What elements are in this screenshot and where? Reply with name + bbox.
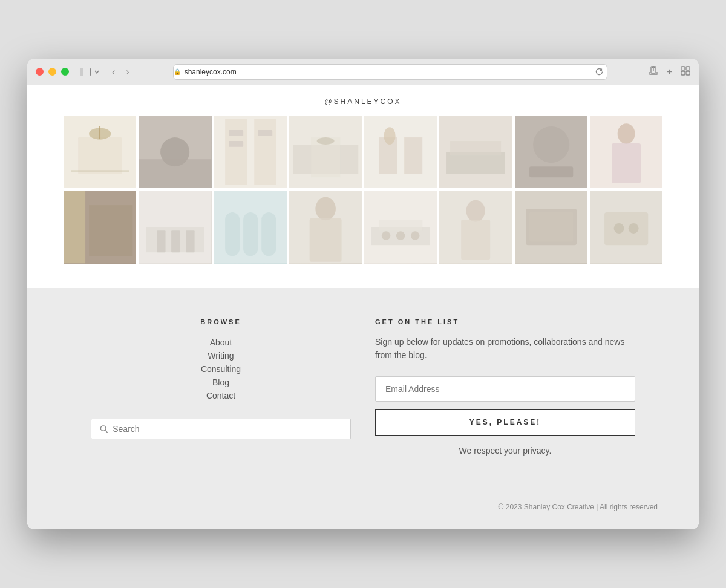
svg-rect-6	[64, 116, 136, 188]
svg-line-69	[105, 430, 107, 432]
share-button[interactable]	[649, 66, 658, 78]
instagram-photo-15[interactable]	[515, 191, 587, 263]
svg-rect-11	[139, 116, 211, 188]
browser-nav: ‹ ›	[110, 67, 132, 77]
subscribe-button[interactable]: YES, PLEASE!	[375, 409, 635, 436]
footer-search-box[interactable]	[91, 419, 351, 439]
svg-rect-36	[612, 143, 641, 183]
page-content: @SHANLEYCOX	[27, 85, 699, 529]
svg-point-12	[160, 137, 189, 166]
traffic-light-yellow[interactable]	[48, 68, 56, 76]
svg-rect-34	[590, 116, 662, 188]
footer-grid: BROWSE About Writing Consulting Blog Con…	[91, 318, 635, 472]
footer-browse: BROWSE About Writing Consulting Blog Con…	[91, 318, 351, 472]
instagram-photo-6[interactable]	[439, 116, 512, 188]
svg-rect-2	[681, 67, 685, 70]
svg-rect-5	[686, 71, 690, 75]
svg-rect-41	[146, 227, 204, 253]
svg-rect-25	[379, 137, 397, 174]
svg-rect-16	[254, 119, 276, 185]
footer-copyright: © 2023 Shanley Cox Creative | All rights…	[64, 497, 662, 511]
svg-rect-13	[139, 159, 211, 188]
svg-rect-47	[243, 212, 258, 256]
svg-rect-18	[229, 141, 243, 147]
search-input[interactable]	[113, 424, 342, 434]
tab-overview-button[interactable]	[681, 66, 690, 78]
svg-rect-37	[64, 191, 136, 263]
instagram-photo-12[interactable]	[289, 191, 362, 263]
instagram-photo-7[interactable]	[515, 116, 587, 188]
svg-rect-43	[171, 231, 180, 253]
svg-rect-58	[439, 191, 512, 263]
forward-button[interactable]: ›	[123, 67, 131, 77]
instagram-photo-16[interactable]	[590, 191, 662, 263]
svg-point-32	[533, 126, 569, 163]
svg-rect-46	[225, 212, 240, 256]
svg-point-35	[617, 123, 635, 144]
svg-rect-33	[529, 166, 573, 177]
email-input-wrap[interactable]	[375, 376, 635, 402]
svg-rect-21	[293, 145, 358, 174]
nav-item-blog[interactable]: Blog	[212, 377, 229, 387]
back-button[interactable]: ‹	[110, 67, 117, 77]
svg-rect-49	[289, 191, 362, 263]
instagram-photo-11[interactable]	[214, 191, 287, 263]
instagram-photo-1[interactable]	[64, 116, 136, 188]
instagram-photo-3[interactable]	[214, 116, 287, 188]
svg-rect-64	[590, 191, 662, 263]
instagram-section: @SHANLEYCOX	[27, 85, 699, 288]
svg-point-8	[89, 128, 111, 140]
svg-rect-51	[309, 218, 341, 262]
svg-rect-15	[225, 119, 247, 185]
instagram-photo-8[interactable]	[590, 116, 662, 188]
traffic-light-red[interactable]	[36, 68, 44, 76]
instagram-photo-5[interactable]	[364, 116, 437, 188]
instagram-photo-10[interactable]	[139, 191, 211, 263]
instagram-photo-2[interactable]	[139, 116, 211, 188]
traffic-light-green[interactable]	[61, 68, 69, 76]
svg-rect-42	[157, 231, 165, 253]
browse-heading: BROWSE	[91, 318, 351, 325]
nav-item-consulting[interactable]: Consulting	[201, 364, 241, 374]
instagram-photo-4[interactable]	[289, 116, 362, 188]
search-icon	[100, 425, 108, 433]
address-bar[interactable]: 🔒 shanleycox.com	[173, 64, 607, 80]
svg-rect-19	[258, 130, 272, 136]
footer: BROWSE About Writing Consulting Blog Con…	[27, 288, 699, 529]
svg-rect-62	[526, 209, 577, 245]
instagram-photo-9[interactable]	[64, 191, 136, 263]
nav-item-about[interactable]: About	[210, 338, 232, 347]
svg-rect-52	[364, 191, 437, 263]
svg-rect-53	[371, 227, 430, 246]
nav-item-writing[interactable]: Writing	[208, 351, 234, 361]
new-tab-button[interactable]: +	[667, 66, 672, 78]
instagram-photo-13[interactable]	[364, 191, 437, 263]
copyright-text: © 2023 Shanley Cox Creative | All rights…	[499, 503, 658, 511]
newsletter-description: Sign up below for updates on promotions,…	[375, 335, 635, 362]
svg-rect-48	[261, 212, 276, 256]
svg-rect-44	[186, 231, 194, 253]
svg-rect-3	[686, 67, 690, 70]
refresh-icon[interactable]	[595, 68, 603, 76]
svg-rect-20	[289, 116, 362, 188]
svg-point-59	[466, 200, 485, 222]
svg-rect-38	[64, 191, 85, 263]
nav-item-contact[interactable]: Contact	[206, 391, 235, 400]
svg-rect-4	[681, 71, 685, 75]
instagram-handle: @SHANLEYCOX	[64, 97, 662, 106]
svg-point-55	[382, 232, 390, 240]
svg-rect-30	[450, 141, 501, 155]
lock-icon: 🔒	[174, 68, 181, 75]
privacy-note: We respect your privacy.	[375, 444, 635, 457]
svg-rect-26	[404, 137, 422, 174]
toolbar-right: +	[649, 66, 690, 78]
browser-window: ‹ › 🔒 shanleycox.com + @SHANLEYCOX	[27, 59, 699, 529]
sidebar-toggle-icon[interactable]	[80, 68, 91, 76]
svg-rect-29	[446, 152, 505, 174]
email-input[interactable]	[376, 377, 635, 401]
svg-rect-63	[529, 212, 573, 241]
svg-point-23	[316, 137, 334, 145]
svg-rect-28	[439, 116, 512, 188]
instagram-photo-14[interactable]	[439, 191, 512, 263]
svg-rect-31	[515, 116, 587, 188]
